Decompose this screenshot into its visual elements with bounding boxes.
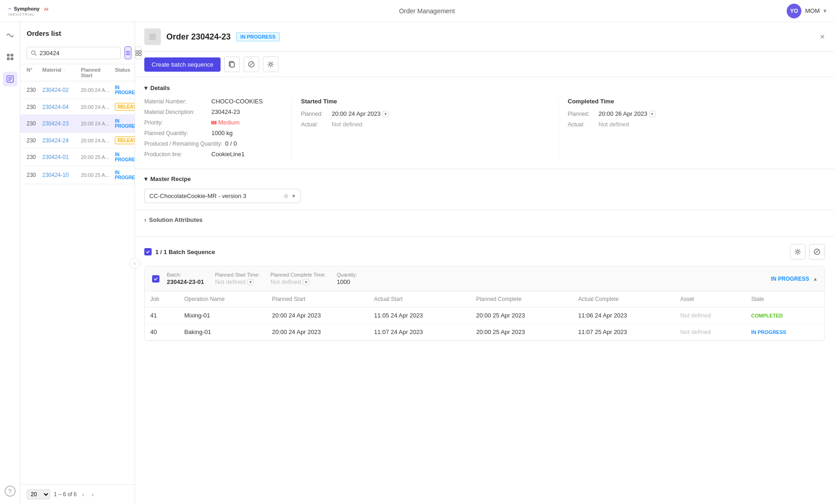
close-button[interactable]: ×	[820, 32, 825, 42]
prod-line-row: Production line: CookieLine1	[144, 151, 282, 158]
svg-line-27	[250, 63, 253, 66]
prev-page-button[interactable]: ‹	[80, 490, 86, 499]
grid-view-button[interactable]	[135, 46, 142, 59]
completed-planned-value: 20:00 26 Apr 2023 ▾	[599, 110, 656, 117]
col-planned-complete: Planned Complete	[471, 291, 573, 307]
master-recipe-toggle[interactable]: ▾ Master Recipe	[144, 176, 825, 182]
completed-time-title: Completed Time	[568, 98, 825, 105]
batch-fields: Batch: 230424-23-01 Planned Start Time: …	[167, 272, 817, 285]
svg-point-29	[797, 251, 799, 253]
batch-section-checkbox[interactable]	[144, 248, 152, 255]
batch-id-label: Batch:	[167, 272, 204, 277]
copy-icon-button[interactable]	[224, 57, 240, 72]
svg-text:Symphony: Symphony	[14, 6, 40, 11]
material-desc-label: Material Description:	[144, 109, 209, 115]
list-view-button[interactable]	[125, 46, 131, 59]
col-status: Status	[115, 67, 130, 78]
batch-planned-complete-value: Not defined	[271, 278, 301, 285]
batch-collapse-button[interactable]: ▴	[814, 275, 817, 282]
prod-line-value: CookieLine1	[211, 151, 244, 158]
iconbar-help[interactable]: ?	[5, 486, 16, 497]
svg-point-12	[32, 51, 35, 54]
sidebar-collapse-button[interactable]: ‹	[129, 258, 140, 269]
per-page-select[interactable]: 20 50 100	[27, 489, 50, 499]
list-item[interactable]: 230 230424-01 20:00 25 A... IN PROGRESS	[20, 148, 135, 166]
prod-line-label: Production line:	[144, 151, 209, 158]
list-item[interactable]: 230 230424-02 20:00 24 A... IN PROGRESS	[20, 81, 135, 99]
op-actual-start-2: 11:07 24 Apr 2023	[369, 324, 471, 340]
svg-rect-20	[139, 53, 142, 56]
started-planned-row: Planned: 20:00 24 Apr 2023 ▾	[301, 110, 558, 117]
batch-planned-complete-dropdown[interactable]: Not defined ▾	[271, 278, 326, 285]
completed-planned-row: Planned: 20:00 26 Apr 2023 ▾	[568, 110, 825, 117]
iconbar-grid[interactable]	[3, 50, 17, 64]
details-toggle[interactable]: ▾ Details	[144, 85, 825, 91]
batch-planned-start-arrow[interactable]: ▾	[247, 279, 254, 285]
batch-settings-button[interactable]	[790, 244, 806, 260]
started-planned-dropdown[interactable]: ▾	[382, 111, 389, 117]
batch-quantity-value: 1000	[337, 278, 350, 285]
list-item[interactable]: 230 230424-04 20:00 24 A... RELEASED	[20, 99, 135, 115]
recipe-value: CC-ChocolateCookie-MR - version 3	[149, 193, 280, 199]
list-item[interactable]: 230 230424-24 20:00 24 A... RELEASED	[20, 133, 135, 148]
batch-planned-start-dropdown[interactable]: Not defined ▾	[215, 278, 260, 285]
details-toggle-arrow: ▾	[144, 85, 148, 91]
list-item[interactable]: 230 230424-23 20:00 24 A... IN PROGRESS	[20, 115, 135, 133]
master-recipe-title: Master Recipe	[150, 176, 191, 182]
operations-table: Job Operation Name Planned Start Actual …	[145, 291, 824, 340]
completed-actual-value: Not defined	[599, 121, 630, 128]
solution-arrow: ›	[144, 216, 146, 223]
col-asset: Asset	[675, 291, 745, 307]
search-input[interactable]	[40, 50, 117, 57]
batch-section-header: 1 / 1 Batch Sequence	[144, 244, 825, 260]
recipe-select[interactable]: CC-ChocolateCookie-MR - version 3 ⊗ ▾	[144, 189, 301, 203]
completed-planned-dropdown[interactable]: ▾	[649, 111, 656, 117]
create-batch-button[interactable]: Create batch sequence	[144, 57, 221, 72]
settings-icon-button[interactable]	[263, 57, 278, 72]
iconbar-orders[interactable]	[3, 72, 17, 86]
user-dropdown-arrow[interactable]: ▾	[823, 7, 827, 14]
search-icon	[31, 50, 37, 56]
svg-rect-25	[230, 62, 234, 67]
logo-svg: ~ Symphony AI INDUSTRIAL	[7, 4, 67, 18]
sidebar-header: Orders list	[20, 22, 135, 64]
batch-header-actions	[790, 244, 825, 260]
batch-planned-complete-arrow[interactable]: ▾	[303, 279, 309, 285]
batch-quantity-label: Quantity:	[337, 272, 357, 277]
recipe-clear-icon[interactable]: ⊗	[284, 193, 289, 199]
batch-status-value: IN PROGRESS	[771, 276, 809, 282]
planned-qty-row: Planned Quantity: 1000 kg	[144, 130, 282, 136]
cancel-icon-button[interactable]	[244, 57, 259, 72]
produced-row: Produced / Remaining Quantity: 0 / 0	[144, 140, 282, 147]
table-row: 41 Mixing-01 20:00 24 Apr 2023 11:05 24 …	[145, 307, 824, 324]
pagination: 20 50 100 1 – 6 of 6 ‹ ›	[20, 484, 135, 504]
col-operation-name: Operation Name	[179, 291, 267, 307]
op-planned-complete-2: 20:00 25 Apr 2023	[471, 324, 573, 340]
solution-toggle[interactable]: › Solution Attributes	[144, 216, 825, 223]
priority-value: Medium	[211, 119, 239, 126]
col-planned-start: Planned Start	[267, 291, 369, 307]
started-actual-value: Not defined	[332, 121, 363, 128]
started-time-col: Started Time Planned: 20:00 24 Apr 2023 …	[291, 98, 558, 161]
iconbar-wave[interactable]	[3, 28, 17, 42]
next-page-button[interactable]: ›	[90, 490, 96, 499]
batch-checkbox[interactable]	[152, 275, 159, 283]
username: MOM	[805, 7, 820, 14]
svg-line-31	[816, 250, 818, 253]
material-number-row: Material Number: CHOCO-COOKIES	[144, 98, 282, 105]
batch-id-field: Batch: 230424-23-01	[167, 272, 204, 285]
list-item[interactable]: 230 230424-10 20:00 25 A... IN PROGRESS	[20, 166, 135, 184]
recipe-dropdown-arrow[interactable]: ▾	[292, 193, 295, 199]
order-title: Order 230424-23	[166, 32, 231, 42]
topbar: ~ Symphony AI INDUSTRIAL Order Managemen…	[0, 0, 834, 22]
details-title: Details	[150, 85, 170, 91]
pagination-range: 1 – 6 of 6	[54, 491, 77, 498]
job-40: 40	[145, 324, 179, 340]
batch-card-header: Batch: 230424-23-01 Planned Start Time: …	[145, 266, 824, 291]
col-actual-start: Actual Start	[369, 291, 471, 307]
batch-cancel-button[interactable]	[809, 244, 825, 260]
completed-time-col: Completed Time Planned: 20:00 26 Apr 202…	[558, 98, 825, 161]
batch-status-field: IN PROGRESS ▴	[771, 275, 817, 282]
col-num: N°	[27, 67, 40, 78]
op-baking: Baking-01	[179, 324, 267, 340]
